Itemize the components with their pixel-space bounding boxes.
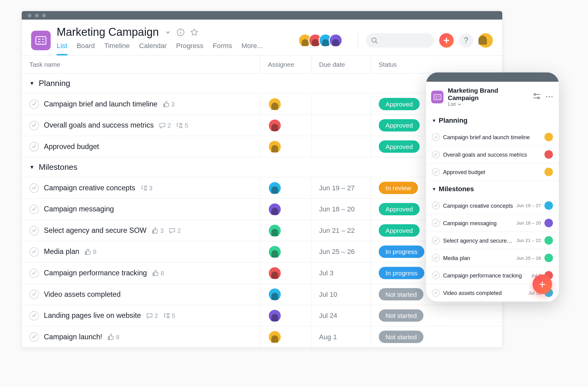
tab-more[interactable]: More...	[241, 42, 262, 55]
star-icon[interactable]	[190, 28, 198, 36]
info-icon[interactable]	[177, 28, 184, 36]
complete-checkbox[interactable]	[29, 226, 39, 235]
status-badge[interactable]: In review	[379, 182, 418, 194]
complete-checkbox[interactable]	[432, 168, 439, 176]
task-row[interactable]: Campaign launch! 8Aug 1Not started	[22, 326, 502, 348]
task-subtasks[interactable]: 5	[163, 312, 175, 319]
status-badge[interactable]: Approved	[379, 224, 420, 236]
column-due-date[interactable]: Due date	[311, 56, 371, 73]
project-title[interactable]: Marketing Brand Campaign	[448, 87, 529, 101]
tab-progress[interactable]: Progress	[176, 42, 203, 55]
status-badge[interactable]: Approved	[379, 98, 420, 110]
complete-checkbox[interactable]	[432, 219, 439, 227]
assignee-avatar[interactable]	[545, 236, 553, 245]
task-comments[interactable]: 2	[159, 122, 171, 129]
assignee-avatar[interactable]	[268, 202, 282, 216]
project-title[interactable]: Marketing Campaign	[57, 25, 159, 39]
assignee-avatar[interactable]	[268, 118, 282, 132]
complete-checkbox[interactable]	[29, 290, 39, 299]
task-row[interactable]: Landing pages live on website 2 5Jul 24N…	[22, 305, 502, 326]
more-icon[interactable]: ···	[545, 93, 554, 101]
task-row[interactable]: Approved budget	[426, 163, 559, 181]
assignee-avatar[interactable]	[545, 168, 553, 176]
filter-icon[interactable]	[533, 93, 541, 101]
status-badge[interactable]: Approved	[379, 140, 420, 153]
svg-rect-12	[434, 94, 441, 99]
assignee-avatar[interactable]	[545, 133, 553, 141]
task-row[interactable]: Campaign creative conceptsJun 19 – 27	[426, 197, 559, 214]
tab-board[interactable]: Board	[77, 42, 95, 55]
current-user-avatar[interactable]	[478, 33, 493, 47]
complete-checkbox[interactable]	[432, 151, 439, 158]
status-badge[interactable]: Not started	[379, 309, 424, 322]
chevron-down-icon[interactable]	[165, 29, 171, 35]
assignee-avatar[interactable]	[268, 245, 282, 259]
complete-checkbox[interactable]	[432, 133, 439, 141]
task-row[interactable]: Select agency and secure SOWJun 21 – 22	[426, 232, 559, 249]
task-likes[interactable]: 8	[107, 333, 119, 340]
complete-checkbox[interactable]	[29, 142, 39, 151]
status-badge[interactable]: Not started	[379, 331, 424, 343]
complete-checkbox[interactable]	[29, 311, 39, 320]
complete-checkbox[interactable]	[29, 332, 39, 342]
assignee-avatar[interactable]	[268, 309, 282, 322]
column-status[interactable]: Status	[371, 56, 502, 73]
assignee-avatar[interactable]	[268, 288, 282, 301]
assignee-avatar[interactable]	[545, 150, 553, 159]
complete-checkbox[interactable]	[432, 271, 439, 279]
assignee-avatar[interactable]	[268, 266, 282, 280]
task-row[interactable]: Media planJun 25 – 26	[426, 249, 559, 267]
status-badge[interactable]: Not started	[379, 288, 424, 300]
complete-checkbox[interactable]	[432, 289, 439, 296]
complete-checkbox[interactable]	[29, 121, 39, 130]
complete-checkbox[interactable]	[432, 254, 439, 262]
tab-list[interactable]: List	[57, 42, 67, 55]
mobile-add-button[interactable]: +	[533, 274, 552, 294]
add-button[interactable]	[439, 33, 454, 47]
task-likes[interactable]: 3	[163, 100, 175, 108]
task-subtasks[interactable]: 5	[176, 122, 188, 129]
assignee-avatar[interactable]	[268, 224, 282, 237]
view-selector[interactable]: List	[448, 101, 529, 107]
assignee-avatar[interactable]	[268, 140, 282, 154]
task-row[interactable]: Campaign brief and launch timeline	[426, 128, 559, 146]
column-task-name[interactable]: Task name	[22, 56, 260, 73]
task-subtasks[interactable]: 3	[140, 184, 152, 192]
task-comments[interactable]: 2	[146, 312, 158, 319]
assignee-avatar[interactable]	[268, 181, 282, 195]
complete-checkbox[interactable]	[432, 202, 439, 209]
complete-checkbox[interactable]	[29, 268, 39, 278]
task-likes[interactable]: 3	[152, 227, 164, 234]
search-input[interactable]	[366, 33, 434, 47]
status-badge[interactable]: Approved	[379, 203, 420, 215]
tab-calendar[interactable]: Calendar	[139, 42, 167, 55]
assignee-avatar[interactable]	[268, 97, 282, 111]
project-members[interactable]	[302, 34, 343, 47]
tab-timeline[interactable]: Timeline	[104, 42, 130, 55]
column-assignee[interactable]: Assignee	[260, 56, 311, 73]
complete-checkbox[interactable]	[29, 204, 39, 214]
complete-checkbox[interactable]	[29, 183, 39, 193]
status-badge[interactable]: In progress	[379, 246, 424, 258]
window-dot	[42, 13, 46, 17]
task-row[interactable]: Overall goals and success metrics	[426, 146, 559, 163]
task-row[interactable]: Campaign messagingJun 18 – 20	[426, 214, 559, 232]
status-badge[interactable]: In progress	[379, 267, 424, 279]
task-likes[interactable]: 8	[152, 270, 164, 277]
task-comments[interactable]: 2	[169, 227, 181, 234]
assignee-avatar[interactable]	[545, 219, 553, 227]
help-button[interactable]: ?	[459, 33, 473, 47]
section-header[interactable]: ▼ Milestones	[426, 181, 559, 197]
section-header[interactable]: ▼ Planning	[426, 112, 559, 128]
complete-checkbox[interactable]	[29, 247, 39, 256]
task-likes[interactable]: 8	[85, 248, 96, 255]
complete-checkbox[interactable]	[432, 236, 439, 244]
view-tabs: ListBoardTimelineCalendarProgressFormsMo…	[57, 42, 302, 55]
assignee-avatar[interactable]	[268, 330, 282, 344]
tab-forms[interactable]: Forms	[213, 42, 232, 55]
assignee-avatar[interactable]	[545, 254, 553, 262]
complete-checkbox[interactable]	[29, 99, 39, 109]
member-avatar[interactable]	[329, 34, 343, 47]
status-badge[interactable]: Approved	[379, 119, 420, 131]
assignee-avatar[interactable]	[545, 201, 553, 210]
